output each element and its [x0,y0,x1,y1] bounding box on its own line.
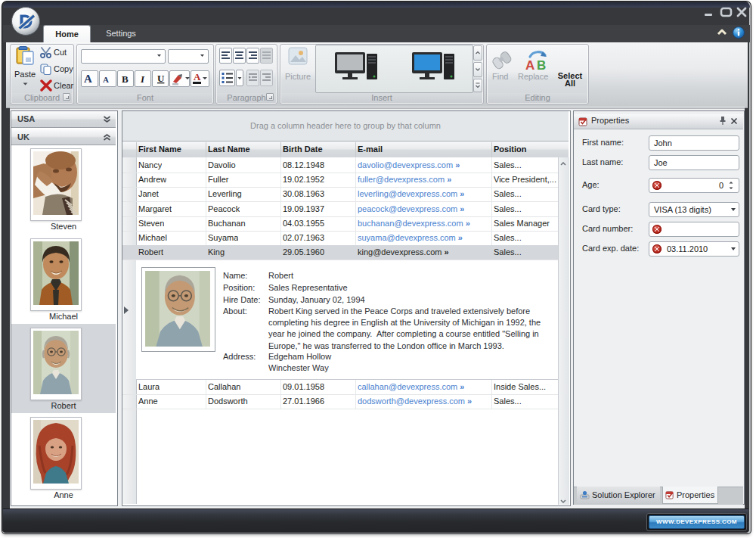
svg-text:B: B [537,58,546,71]
svg-text:A: A [194,71,201,82]
svg-text:U: U [157,73,165,84]
svg-text:A: A [525,58,534,71]
svg-text:B: B [122,73,129,85]
svg-text:A: A [84,73,92,85]
svg-text:I: I [140,73,145,85]
svg-text:A: A [103,75,109,84]
